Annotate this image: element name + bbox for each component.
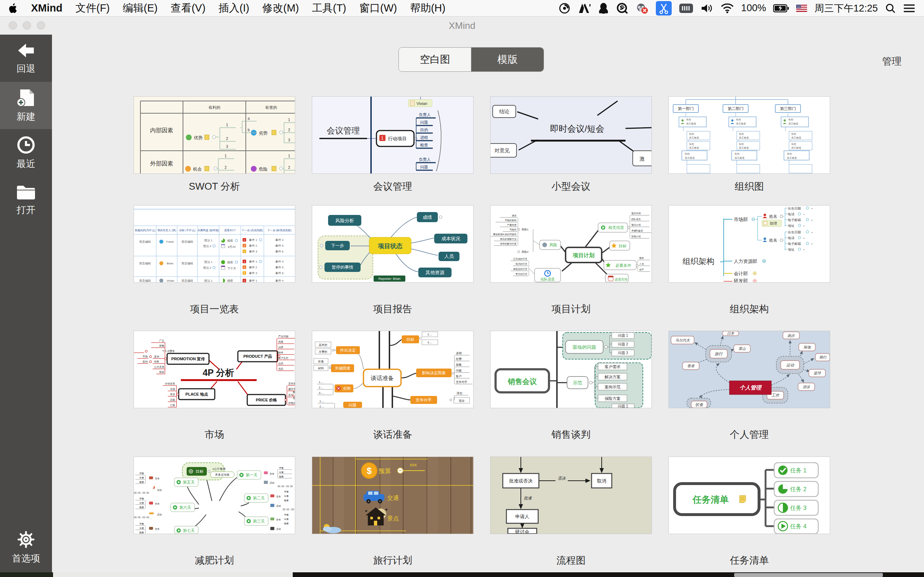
svg-text:PROMOTION 宣传: PROMOTION 宣传 xyxy=(171,357,205,361)
talk-prep-thumbnail: 谈话准备 作出决定关键因素劣势问题目标影响决定因素竞争对手 基本的 次要的 设备… xyxy=(312,331,473,408)
tasks-thumbnail: 任务清单 任务 1任务 2任务 3任务 4 xyxy=(669,457,830,534)
zoom-button[interactable] xyxy=(37,21,45,29)
svg-text:2: 2 xyxy=(288,128,290,132)
template-card-talk-prep[interactable]: 谈话准备 作出决定关键因素劣势问题目标影响决定因素竞争对手 基本的 次要的 设备… xyxy=(312,331,473,441)
svg-text:行动项目: 行动项目 xyxy=(388,136,407,141)
window-title: XMind xyxy=(0,16,924,35)
sidebar-item-new[interactable]: 新建 xyxy=(0,82,52,129)
svg-text:任务 2: 任务 2 xyxy=(790,486,806,492)
svg-text:午餐: 午餐 xyxy=(139,501,144,504)
svg-text:00: 00 - 00: 00: 00: 00 - 00: 00 xyxy=(134,516,149,519)
svg-text:地址: 地址 xyxy=(788,224,795,227)
svg-text:项目经理: 项目经理 xyxy=(631,212,641,214)
svg-text:影响决定因素: 影响决定因素 xyxy=(422,371,446,375)
svg-text:人员: 人员 xyxy=(639,263,644,266)
app-menu[interactable]: XMind xyxy=(31,2,63,14)
template-card-personal[interactable]: 旅行运动工作饮食 马尔代夫黄山香港日本 跑步瑜伽骑行篮球游泳 个人管理 个人管理 xyxy=(669,331,830,441)
wifi-icon[interactable] xyxy=(721,3,734,13)
svg-text:有害的: 有害的 xyxy=(265,105,277,110)
svg-text:瑜伽: 瑜伽 xyxy=(803,345,811,349)
sidebar-label: 新建 xyxy=(16,110,36,123)
sidebar-item-preferences[interactable]: 首选项 xyxy=(0,524,52,571)
sidebar-item-open[interactable]: 打开 xyxy=(0,176,52,224)
input-source-icon[interactable] xyxy=(679,3,693,14)
menu-modify[interactable]: 修改(M) xyxy=(262,1,299,16)
tab-blank-map[interactable]: 空白图 xyxy=(399,48,472,71)
adobe-icon[interactable] xyxy=(578,3,591,14)
menu-edit[interactable]: 编辑(E) xyxy=(123,1,158,16)
template-card-project-table[interactable]: 实施目的(为什么)项目负责人 (谁)目标 (干什么)头脑风波 (如何做)进度/E… xyxy=(134,206,295,316)
record-icon[interactable] xyxy=(558,2,571,15)
template-card-sales[interactable]: 销售会议 面临的问题 问题 1 问题 2 问题 3 示范 客户需求 解决方案 案… xyxy=(491,331,651,441)
template-thumb-diet: 目标 s公斤每周 更多运动量 第一天第二天第三天第五天第六天第七天 主食 早餐午… xyxy=(134,457,295,534)
svg-text:双击编辑: 双击编辑 xyxy=(181,262,193,265)
screenshot-tool-icon[interactable] xyxy=(656,1,672,16)
template-label: 项目计划 xyxy=(491,303,651,316)
sidebar-item-recent[interactable]: 最近 xyxy=(0,129,52,176)
manage-link[interactable]: 管理 xyxy=(882,55,901,68)
svg-text:仓储: 仓储 xyxy=(170,388,175,390)
menu-help[interactable]: 帮助(H) xyxy=(410,1,446,16)
svg-text:任务 1: 任务 1 xyxy=(790,467,806,474)
dock-segment xyxy=(734,573,883,577)
svg-text:$: $ xyxy=(367,466,372,475)
template-thumb-org-structure: 组织架构 市场部人力资源部会计部研发部 姓名 助理 姓名 出生日期– 电话– 电… xyxy=(669,206,830,282)
svg-text:分销渠道: 分销渠道 xyxy=(165,382,175,385)
svg-text:想法 1: 想法 1 xyxy=(204,260,213,264)
svg-text:第二天: 第二天 xyxy=(253,496,265,500)
svg-text:2: 2 xyxy=(288,166,290,169)
notification-list-icon[interactable] xyxy=(903,3,915,13)
svg-text:任务 3: 任务 3 xyxy=(790,505,806,511)
template-card-org-structure[interactable]: 组织架构 市场部人力资源部会计部研发部 姓名 助理 姓名 出生日期– 电话– 电… xyxy=(669,206,830,316)
sogou-icon[interactable] xyxy=(616,2,628,15)
menu-tools[interactable]: 工具(T) xyxy=(312,1,346,16)
flowchart-thumbnail: 批准或否决取消申请人研讨会 否决批准 xyxy=(491,457,651,534)
spotlight-icon[interactable] xyxy=(885,3,896,14)
svg-text:问题: 问题 xyxy=(420,165,428,169)
svg-text:运动: 运动 xyxy=(270,482,274,484)
svg-text:午餐: 午餐 xyxy=(284,518,289,521)
qq-penguin-icon[interactable] xyxy=(598,2,609,15)
input-blocked-icon[interactable] xyxy=(636,2,649,15)
svg-text:目标 (干什么): 目标 (干什么) xyxy=(179,229,195,232)
menu-clock[interactable]: 周三下午12:25 xyxy=(814,2,878,15)
template-card-swot[interactable]: 有利的有害的 内部因素外部因素 优势 劣势 机会 危险 123 ab 123 1… xyxy=(134,97,295,193)
template-card-project-plan[interactable]: 项目计划 相关信息 目标 必要条件 进度安排 风险 实际进度 风险1 风险2 描… xyxy=(491,206,651,316)
menu-insert[interactable]: 插入(I) xyxy=(218,1,249,16)
template-card-flowchart[interactable]: 批准或否决取消申请人研讨会 否决批准 流程图 xyxy=(491,457,651,567)
svg-text:问题 3: 问题 3 xyxy=(618,351,628,355)
minimize-button[interactable] xyxy=(23,21,31,29)
svg-text:描述: 描述 xyxy=(512,214,517,217)
template-card-project-report[interactable]: 风险分析下一步暂停的事情 成绩成本状况人员其他资源 项目状态 Reporter:… xyxy=(312,206,473,316)
tab-templates[interactable]: 模版 xyxy=(472,48,544,71)
menu-view[interactable]: 查看(V) xyxy=(171,1,206,16)
svg-text:运动: 运动 xyxy=(276,528,281,530)
template-card-meeting[interactable]: 会议管理 1 行动项目 负责人问题目的进程检查 负责人问题 Vivian 会议管… xyxy=(312,97,473,193)
template-card-org-chart[interactable]: 第一部门 第二部门 第三部门 头衔员工姓名 头衔员工姓名 头衔员工姓名 头衔员工… xyxy=(669,97,830,193)
svg-text:–: – xyxy=(803,248,805,251)
svg-text:其他资源: 其他资源 xyxy=(426,270,445,275)
us-flag-icon[interactable] xyxy=(796,5,807,12)
back-arrow-icon xyxy=(16,42,36,60)
menu-window[interactable]: 窗口(W) xyxy=(359,1,397,16)
folder-icon xyxy=(16,184,36,201)
apple-menu-icon[interactable] xyxy=(9,3,18,14)
volume-icon[interactable] xyxy=(701,3,714,14)
svg-text:电子邮箱: 电子邮箱 xyxy=(788,218,801,222)
close-button[interactable] xyxy=(9,21,17,29)
svg-text:早餐: 早餐 xyxy=(139,497,144,500)
svg-text:风险: 风险 xyxy=(549,243,557,247)
svg-text:目标: 目标 xyxy=(195,469,204,474)
template-thumb-personal: 旅行运动工作饮食 马尔代夫黄山香港日本 跑步瑜伽骑行篮球游泳 个人管理 xyxy=(669,331,830,408)
template-card-market[interactable]: 4P 分析 PROMOTION 宣传PRODUCT 产品PLACE 地点PRIC… xyxy=(134,331,295,441)
template-card-travel[interactable]: $ 预算 xxx 交通 景点 旅行计划 xyxy=(312,457,473,567)
sidebar-item-back[interactable]: 回退 xyxy=(0,35,52,82)
template-card-tasks[interactable]: 任务清单 任务 1任务 2任务 3任务 4 任务清单 xyxy=(669,457,830,567)
menu-file[interactable]: 文件(F) xyxy=(76,1,110,16)
template-card-diet[interactable]: 目标 s公斤每周 更多运动量 第一天第二天第三天第五天第六天第七天 主食 早餐午… xyxy=(134,457,295,567)
template-thumb-meeting: 会议管理 1 行动项目 负责人问题目的进程检查 负责人问题 Vivian xyxy=(312,97,473,174)
template-label: 组织架构 xyxy=(669,303,830,316)
svg-text:Frank: Frank xyxy=(166,240,174,243)
template-thumb-project-table: 实施目的(为什么)项目负责人 (谁)目标 (干什么)头脑风波 (如何做)进度/E… xyxy=(134,206,295,282)
template-card-quick-meeting[interactable]: 即时会议/短会 结论对意见激 小型会议 xyxy=(491,97,651,193)
